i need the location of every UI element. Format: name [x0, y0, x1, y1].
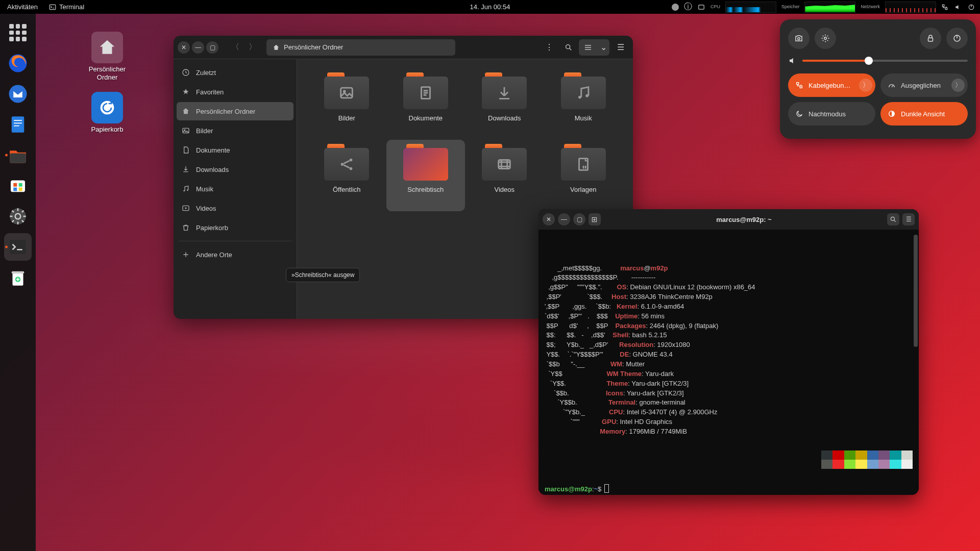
svg-rect-6 — [12, 116, 24, 133]
path-label: Persönlicher Ordner — [284, 43, 343, 51]
folder-vorlagen[interactable]: Vorlagen — [544, 140, 623, 211]
folder-videos[interactable]: Videos — [465, 140, 544, 211]
svg-rect-8 — [14, 123, 22, 124]
show-apps-button[interactable] — [4, 19, 32, 46]
svg-rect-1 — [699, 5, 704, 9]
system-status-area[interactable] — [941, 4, 975, 11]
folder-öffentlich[interactable]: Öffentlich — [307, 140, 386, 211]
chevron-right-icon[interactable]: 〉 — [859, 79, 872, 92]
sidebar-item-1[interactable]: Favoriten — [177, 83, 293, 101]
recycle-icon — [99, 99, 115, 116]
cpu-graph[interactable] — [725, 2, 776, 13]
sidebar-item-8[interactable]: Papierkorb — [177, 218, 293, 237]
svg-rect-26 — [10, 240, 26, 254]
svg-point-67 — [824, 37, 827, 40]
settings-button[interactable] — [815, 28, 836, 49]
terminal-title: marcus@m92p: ~ — [604, 216, 884, 223]
sidebar-item-7[interactable]: Videos — [177, 199, 293, 217]
svg-rect-9 — [14, 126, 19, 127]
svg-point-5 — [9, 85, 27, 103]
svg-point-52 — [350, 167, 353, 170]
svg-rect-11 — [11, 181, 25, 192]
svg-point-31 — [566, 44, 570, 48]
chevron-right-icon[interactable]: 〉 — [951, 79, 965, 92]
svg-point-66 — [798, 38, 800, 40]
terminal-content[interactable]: _,met$$$$$gg. marcus@m92p ,g$$$$$$$$$$$$… — [538, 230, 919, 495]
sidebar-item-4[interactable]: Dokumente — [177, 141, 293, 159]
svg-line-71 — [892, 85, 893, 87]
power-mode-toggle[interactable]: Ausgeglichen 〉 — [880, 73, 968, 97]
minimize-button[interactable]: — — [558, 213, 570, 226]
svg-line-32 — [570, 48, 571, 50]
dock-trash[interactable] — [4, 264, 32, 291]
volume-icon — [788, 56, 797, 65]
dock-thunderbird[interactable] — [4, 80, 32, 108]
desktop-home-folder[interactable]: Persönlicher Ordner — [79, 32, 135, 82]
night-label: Nachtmodus — [808, 110, 846, 118]
activities-button[interactable]: Aktivitäten — [7, 3, 38, 11]
sidebar-item-3[interactable]: Bilder — [177, 121, 293, 140]
folder-musik[interactable]: Musik — [544, 68, 623, 140]
view-list-button[interactable] — [580, 39, 596, 56]
sidebar-item-6[interactable]: Musik — [177, 180, 293, 198]
camera-icon — [794, 34, 803, 43]
search-button[interactable] — [560, 39, 577, 56]
desktop-trash[interactable]: Papierkorb — [79, 92, 135, 134]
focused-app-indicator[interactable]: Terminal — [49, 3, 84, 11]
dock-libreoffice-writer[interactable] — [4, 111, 32, 138]
view-dropdown-button[interactable]: ⌄ — [597, 39, 609, 56]
volume-slider[interactable] — [788, 56, 968, 65]
sidebar-item-0[interactable]: Zuletzt — [177, 63, 293, 82]
sidebar-item-2[interactable]: Persönlicher Ordner — [177, 102, 293, 120]
dock-firefox[interactable] — [4, 49, 32, 77]
sidebar-item-9[interactable]: Andere Orte — [177, 245, 293, 264]
svg-point-51 — [350, 159, 353, 162]
night-light-toggle[interactable]: Nachtmodus — [788, 102, 875, 126]
power-button[interactable] — [946, 28, 968, 49]
folder-dokumente[interactable]: Dokumente — [386, 68, 465, 140]
dock-settings[interactable] — [4, 203, 32, 230]
nav-back-button[interactable]: 〈 — [228, 40, 243, 55]
terminal-menu-button[interactable]: ☰ — [902, 213, 915, 226]
new-tab-button[interactable] — [589, 213, 601, 226]
screenshot-tray-icon[interactable] — [697, 4, 705, 11]
dock-software[interactable] — [4, 172, 32, 199]
kebab-menu-button[interactable]: ⋮ — [541, 39, 557, 56]
screenshot-button[interactable] — [788, 28, 810, 49]
terminal-search-button[interactable] — [887, 213, 899, 226]
clock[interactable]: 14. Jun 00:54 — [470, 3, 510, 11]
folder-bilder[interactable]: Bilder — [307, 68, 386, 140]
dock-terminal[interactable] — [4, 233, 32, 261]
hamburger-menu-button[interactable]: ☰ — [612, 39, 629, 56]
lock-button[interactable] — [920, 28, 941, 49]
scrollbar[interactable] — [914, 235, 918, 347]
info-icon[interactable]: ⓘ — [684, 2, 692, 12]
path-bar[interactable]: Persönlicher Ordner — [266, 39, 455, 56]
svg-rect-13 — [19, 183, 22, 187]
nav-forward-button[interactable]: 〉 — [245, 40, 260, 55]
mem-label: Speicher — [781, 5, 800, 9]
folder-schreibtisch[interactable]: Schreibtisch — [386, 140, 465, 211]
dock-files[interactable] — [4, 141, 32, 169]
network-graph[interactable] — [885, 2, 936, 13]
power-icon — [952, 34, 962, 43]
close-button[interactable]: ✕ — [543, 213, 555, 226]
wired-network-toggle[interactable]: Kabelgebun… 〉 — [788, 73, 875, 97]
focused-app-name: Terminal — [59, 3, 84, 11]
weather-icon[interactable] — [672, 4, 679, 11]
dark-style-toggle[interactable]: Dunkle Ansicht — [880, 102, 968, 126]
quick-settings-panel: Kabelgebun… 〉 Ausgeglichen 〉 Nachtmodus … — [780, 19, 976, 139]
maximize-button[interactable]: ▢ — [573, 213, 585, 226]
terminal-icon — [49, 4, 56, 11]
svg-rect-53 — [499, 160, 510, 169]
dock — [0, 14, 36, 551]
maximize-button[interactable]: ▢ — [206, 41, 218, 54]
memory-graph[interactable] — [804, 2, 855, 13]
sidebar-item-5[interactable]: Downloads — [177, 160, 293, 179]
night-icon — [795, 110, 803, 118]
minimize-button[interactable]: — — [192, 41, 204, 54]
close-button[interactable]: ✕ — [178, 41, 190, 54]
svg-rect-33 — [585, 45, 591, 45]
files-headerbar: ✕ — ▢ 〈 〉 Persönlicher Ordner ⋮ ⌄ ☰ — [174, 36, 633, 59]
folder-downloads[interactable]: Downloads — [465, 68, 544, 140]
